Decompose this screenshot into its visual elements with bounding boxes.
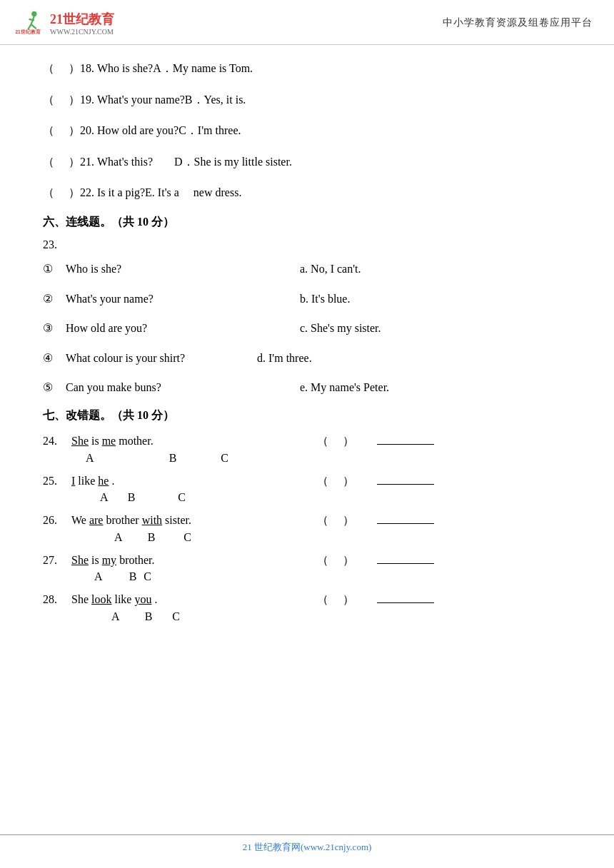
corr-num-28: 28.: [43, 590, 71, 609]
match-right-2: b. It's blue.: [257, 290, 400, 308]
corr-word-is1: is: [91, 435, 102, 447]
match-row-3: ③ How old are you? c. She's my sister.: [43, 319, 578, 338]
corr-word-mother: mother.: [119, 435, 153, 447]
corr-word-period28: .: [154, 593, 157, 605]
corr-word-with: with: [142, 514, 162, 526]
corr-row-27: 27. She is my brother. （ ） A BC: [43, 551, 578, 584]
question-22: （ ）22. Is it a pig? E. It's a new dress.: [43, 183, 578, 202]
content-area: （ ）18. Who is she? A．My name is Tom. （ ）…: [0, 45, 614, 645]
corr-main-27: 27. She is my brother. （ ）: [43, 551, 578, 570]
match-q3: How old are you?: [66, 319, 147, 338]
match-right-5: e. My name's Peter.: [257, 378, 400, 397]
corr-bracket-25: （ ）: [300, 472, 371, 490]
section6-num: 23.: [43, 238, 578, 251]
match-right-3: c. She's my sister.: [257, 319, 400, 338]
corr-word-we: We: [71, 514, 89, 526]
corr-word-you: you: [134, 593, 151, 605]
circle-1: ①: [43, 260, 60, 278]
corr-word-she27: She: [71, 554, 89, 566]
match-q1: Who is she?: [66, 260, 121, 278]
q18-text: （ ）18. Who is she?: [43, 59, 153, 78]
corr-abc-28: A B C: [43, 610, 578, 623]
corr-word-i: I: [71, 475, 75, 487]
match-row-4: ④ What colour is your shirt? d. I'm thre…: [43, 349, 578, 368]
corr-sentence-24: She is me mother.: [71, 432, 300, 450]
corr-word-he: he: [98, 475, 109, 487]
logo-title: 21世纪教育: [50, 11, 114, 28]
match-row-5: ⑤ Can you make buns? e. My name's Peter.: [43, 378, 578, 397]
svg-text:21世纪教育: 21世纪教育: [15, 29, 40, 35]
header: 21世纪教育 21世纪教育 WWW.21CNJY.COM 中小学教育资源及组卷应…: [0, 0, 614, 45]
corr-word-like28: like: [114, 593, 134, 605]
svg-point-0: [31, 11, 36, 16]
corr-word-she: She: [71, 435, 89, 447]
corr-row-28: 28. She look like you . （ ） A B C: [43, 590, 578, 623]
svg-line-3: [31, 24, 36, 29]
corr-sentence-27: She is my brother.: [71, 551, 300, 570]
svg-line-4: [29, 19, 34, 20]
corr-word-my27: my: [102, 554, 116, 566]
corr-word-look: look: [91, 593, 111, 605]
q19-text: （ ）19. What's your name?: [43, 91, 185, 109]
logo-icon: 21世纪教育: [14, 7, 46, 39]
corr-word-brother27: brother.: [119, 554, 154, 566]
q18-answer: A．My name is Tom.: [153, 59, 296, 78]
corr-bracket-28: （ ）: [300, 590, 371, 609]
corr-num-25: 25.: [43, 472, 71, 490]
match-q4: What colour is your shirt?: [66, 349, 185, 368]
section6-title: 六、连线题。（共 10 分）: [43, 215, 578, 230]
corr-word-me: me: [102, 435, 116, 447]
question-21: （ ）21. What's this? D．She is my little s…: [43, 153, 578, 171]
corr-bracket-26: （ ）: [300, 511, 371, 530]
corr-word-brother: brother: [106, 514, 141, 526]
corr-row-25: 25. I like he . （ ） A B C: [43, 472, 578, 505]
corr-abc-27: A BC: [43, 570, 578, 583]
corr-abc-25: A B C: [43, 491, 578, 504]
corr-word-is27: is: [91, 554, 102, 566]
corr-num-27: 27.: [43, 551, 71, 570]
question-20: （ ）20. How old are you? C．I'm three.: [43, 121, 578, 140]
corr-main-24: 24. She is me mother. （ ）: [43, 432, 578, 450]
q20-answer: C．I'm three.: [178, 121, 321, 140]
match-left-3: ③ How old are you?: [43, 319, 257, 338]
corr-line-27: [377, 563, 434, 564]
logo-sub: WWW.21CNJY.COM: [50, 28, 114, 36]
header-right-text: 中小学教育资源及组卷应用平台: [443, 16, 593, 29]
corr-num-24: 24.: [43, 432, 71, 450]
match-left-4: ④ What colour is your shirt?: [43, 349, 257, 368]
match-right-4: d. I'm three.: [257, 349, 400, 368]
corr-row-24: 24. She is me mother. （ ） A B C: [43, 432, 578, 465]
logo-area: 21世纪教育 21世纪教育 WWW.21CNJY.COM: [14, 7, 114, 39]
match-left-2: ② What's your name?: [43, 290, 257, 308]
question-18: （ ）18. Who is she? A．My name is Tom.: [43, 59, 578, 78]
circle-3: ③: [43, 319, 60, 338]
corr-bracket-24: （ ）: [300, 432, 371, 450]
corr-row-26: 26. We are brother with sister. （ ） A B …: [43, 511, 578, 544]
corr-main-28: 28. She look like you . （ ）: [43, 590, 578, 609]
q20-text: （ ）20. How old are you?: [43, 121, 178, 140]
footer: 21 世纪教育网(www.21cnjy.com): [0, 834, 614, 854]
logo-text-block: 21世纪教育 WWW.21CNJY.COM: [50, 11, 114, 36]
corr-main-25: 25. I like he . （ ）: [43, 472, 578, 490]
corr-main-26: 26. We are brother with sister. （ ）: [43, 511, 578, 530]
corr-word-sister: sister.: [165, 514, 191, 526]
q19-answer: B．Yes, it is.: [185, 91, 328, 109]
corr-line-25: [377, 484, 434, 485]
circle-5: ⑤: [43, 378, 60, 397]
corr-word-like: like: [78, 475, 98, 487]
circle-2: ②: [43, 290, 60, 308]
match-left-5: ⑤ Can you make buns?: [43, 378, 257, 397]
svg-line-2: [28, 24, 31, 29]
corr-word-are: are: [89, 514, 104, 526]
corr-sentence-25: I like he .: [71, 472, 300, 490]
q21-text: （ ）21. What's this?: [43, 153, 153, 171]
q22-answer: E. It's a new dress.: [145, 183, 288, 202]
match-left-1: ① Who is she?: [43, 260, 257, 278]
corr-abc-26: A B C: [43, 531, 578, 544]
corr-word-period25: .: [111, 475, 114, 487]
q22-text: （ ）22. Is it a pig?: [43, 183, 145, 202]
question-19: （ ）19. What's your name? B．Yes, it is.: [43, 91, 578, 109]
match-q5: Can you make buns?: [66, 378, 161, 397]
corr-line-26: [377, 523, 434, 524]
footer-text: 21 世纪教育网(www.21cnjy.com): [243, 842, 372, 852]
